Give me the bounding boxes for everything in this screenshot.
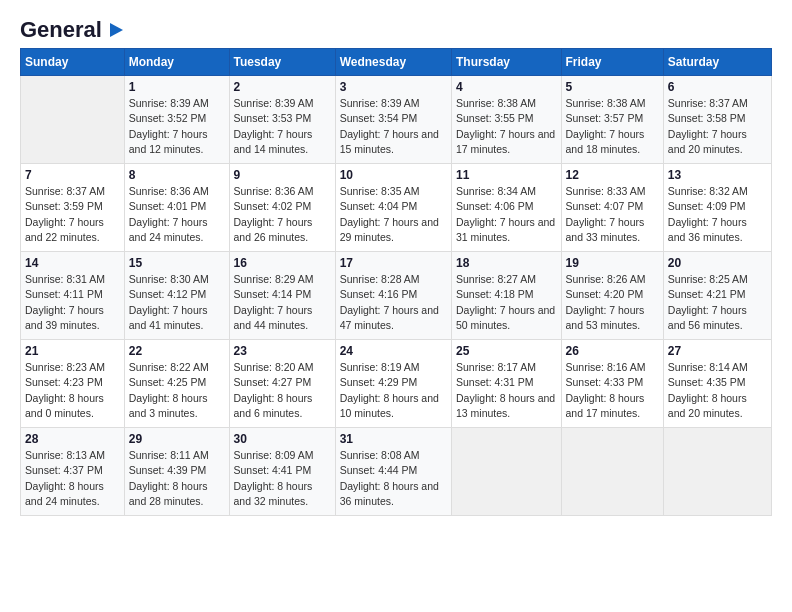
day-cell: 20Sunrise: 8:25 AMSunset: 4:21 PMDayligh… <box>663 252 771 340</box>
day-number: 6 <box>668 80 767 94</box>
day-info: Sunrise: 8:30 AMSunset: 4:12 PMDaylight:… <box>129 272 225 333</box>
day-cell: 1Sunrise: 8:39 AMSunset: 3:52 PMDaylight… <box>124 76 229 164</box>
week-row-4: 21Sunrise: 8:23 AMSunset: 4:23 PMDayligh… <box>21 340 772 428</box>
day-cell: 24Sunrise: 8:19 AMSunset: 4:29 PMDayligh… <box>335 340 451 428</box>
day-number: 26 <box>566 344 659 358</box>
day-cell: 3Sunrise: 8:39 AMSunset: 3:54 PMDaylight… <box>335 76 451 164</box>
day-number: 3 <box>340 80 447 94</box>
day-cell: 6Sunrise: 8:37 AMSunset: 3:58 PMDaylight… <box>663 76 771 164</box>
day-info: Sunrise: 8:37 AMSunset: 3:59 PMDaylight:… <box>25 184 120 245</box>
day-number: 28 <box>25 432 120 446</box>
calendar-table: SundayMondayTuesdayWednesdayThursdayFrid… <box>20 48 772 516</box>
week-row-3: 14Sunrise: 8:31 AMSunset: 4:11 PMDayligh… <box>21 252 772 340</box>
weekday-header-saturday: Saturday <box>663 49 771 76</box>
day-cell: 9Sunrise: 8:36 AMSunset: 4:02 PMDaylight… <box>229 164 335 252</box>
day-info: Sunrise: 8:39 AMSunset: 3:52 PMDaylight:… <box>129 96 225 157</box>
weekday-header-friday: Friday <box>561 49 663 76</box>
day-cell: 17Sunrise: 8:28 AMSunset: 4:16 PMDayligh… <box>335 252 451 340</box>
day-info: Sunrise: 8:14 AMSunset: 4:35 PMDaylight:… <box>668 360 767 421</box>
day-cell: 4Sunrise: 8:38 AMSunset: 3:55 PMDaylight… <box>451 76 561 164</box>
day-info: Sunrise: 8:34 AMSunset: 4:06 PMDaylight:… <box>456 184 557 245</box>
day-info: Sunrise: 8:08 AMSunset: 4:44 PMDaylight:… <box>340 448 447 509</box>
day-info: Sunrise: 8:31 AMSunset: 4:11 PMDaylight:… <box>25 272 120 333</box>
day-info: Sunrise: 8:20 AMSunset: 4:27 PMDaylight:… <box>234 360 331 421</box>
week-row-1: 1Sunrise: 8:39 AMSunset: 3:52 PMDaylight… <box>21 76 772 164</box>
day-number: 19 <box>566 256 659 270</box>
day-cell: 30Sunrise: 8:09 AMSunset: 4:41 PMDayligh… <box>229 428 335 516</box>
day-number: 16 <box>234 256 331 270</box>
day-info: Sunrise: 8:17 AMSunset: 4:31 PMDaylight:… <box>456 360 557 421</box>
day-number: 21 <box>25 344 120 358</box>
day-cell: 11Sunrise: 8:34 AMSunset: 4:06 PMDayligh… <box>451 164 561 252</box>
day-number: 1 <box>129 80 225 94</box>
day-cell: 22Sunrise: 8:22 AMSunset: 4:25 PMDayligh… <box>124 340 229 428</box>
weekday-header-tuesday: Tuesday <box>229 49 335 76</box>
day-cell <box>663 428 771 516</box>
day-number: 27 <box>668 344 767 358</box>
day-info: Sunrise: 8:28 AMSunset: 4:16 PMDaylight:… <box>340 272 447 333</box>
day-info: Sunrise: 8:36 AMSunset: 4:02 PMDaylight:… <box>234 184 331 245</box>
day-cell: 10Sunrise: 8:35 AMSunset: 4:04 PMDayligh… <box>335 164 451 252</box>
day-info: Sunrise: 8:22 AMSunset: 4:25 PMDaylight:… <box>129 360 225 421</box>
weekday-header-monday: Monday <box>124 49 229 76</box>
day-cell: 26Sunrise: 8:16 AMSunset: 4:33 PMDayligh… <box>561 340 663 428</box>
day-cell: 5Sunrise: 8:38 AMSunset: 3:57 PMDaylight… <box>561 76 663 164</box>
day-info: Sunrise: 8:23 AMSunset: 4:23 PMDaylight:… <box>25 360 120 421</box>
day-cell: 7Sunrise: 8:37 AMSunset: 3:59 PMDaylight… <box>21 164 125 252</box>
day-number: 25 <box>456 344 557 358</box>
day-info: Sunrise: 8:37 AMSunset: 3:58 PMDaylight:… <box>668 96 767 157</box>
day-info: Sunrise: 8:09 AMSunset: 4:41 PMDaylight:… <box>234 448 331 509</box>
weekday-header-thursday: Thursday <box>451 49 561 76</box>
day-cell: 21Sunrise: 8:23 AMSunset: 4:23 PMDayligh… <box>21 340 125 428</box>
day-info: Sunrise: 8:25 AMSunset: 4:21 PMDaylight:… <box>668 272 767 333</box>
day-number: 9 <box>234 168 331 182</box>
day-info: Sunrise: 8:35 AMSunset: 4:04 PMDaylight:… <box>340 184 447 245</box>
day-number: 13 <box>668 168 767 182</box>
day-cell: 19Sunrise: 8:26 AMSunset: 4:20 PMDayligh… <box>561 252 663 340</box>
day-cell: 14Sunrise: 8:31 AMSunset: 4:11 PMDayligh… <box>21 252 125 340</box>
day-cell: 13Sunrise: 8:32 AMSunset: 4:09 PMDayligh… <box>663 164 771 252</box>
day-cell: 18Sunrise: 8:27 AMSunset: 4:18 PMDayligh… <box>451 252 561 340</box>
day-info: Sunrise: 8:13 AMSunset: 4:37 PMDaylight:… <box>25 448 120 509</box>
day-cell <box>451 428 561 516</box>
logo-arrow-icon <box>110 23 123 37</box>
day-number: 20 <box>668 256 767 270</box>
week-row-5: 28Sunrise: 8:13 AMSunset: 4:37 PMDayligh… <box>21 428 772 516</box>
weekday-header-sunday: Sunday <box>21 49 125 76</box>
day-number: 12 <box>566 168 659 182</box>
day-info: Sunrise: 8:27 AMSunset: 4:18 PMDaylight:… <box>456 272 557 333</box>
logo: General <box>20 18 123 38</box>
day-info: Sunrise: 8:29 AMSunset: 4:14 PMDaylight:… <box>234 272 331 333</box>
day-cell: 31Sunrise: 8:08 AMSunset: 4:44 PMDayligh… <box>335 428 451 516</box>
day-cell: 16Sunrise: 8:29 AMSunset: 4:14 PMDayligh… <box>229 252 335 340</box>
day-number: 14 <box>25 256 120 270</box>
day-info: Sunrise: 8:11 AMSunset: 4:39 PMDaylight:… <box>129 448 225 509</box>
day-number: 23 <box>234 344 331 358</box>
day-number: 22 <box>129 344 225 358</box>
day-cell <box>561 428 663 516</box>
day-cell: 12Sunrise: 8:33 AMSunset: 4:07 PMDayligh… <box>561 164 663 252</box>
day-number: 18 <box>456 256 557 270</box>
day-cell: 23Sunrise: 8:20 AMSunset: 4:27 PMDayligh… <box>229 340 335 428</box>
day-number: 7 <box>25 168 120 182</box>
day-number: 31 <box>340 432 447 446</box>
day-number: 11 <box>456 168 557 182</box>
day-info: Sunrise: 8:26 AMSunset: 4:20 PMDaylight:… <box>566 272 659 333</box>
day-info: Sunrise: 8:36 AMSunset: 4:01 PMDaylight:… <box>129 184 225 245</box>
page: General SundayMondayTuesdayWednesdayThur… <box>0 0 792 526</box>
day-number: 5 <box>566 80 659 94</box>
day-number: 10 <box>340 168 447 182</box>
day-cell: 8Sunrise: 8:36 AMSunset: 4:01 PMDaylight… <box>124 164 229 252</box>
day-cell: 25Sunrise: 8:17 AMSunset: 4:31 PMDayligh… <box>451 340 561 428</box>
day-info: Sunrise: 8:38 AMSunset: 3:57 PMDaylight:… <box>566 96 659 157</box>
day-info: Sunrise: 8:33 AMSunset: 4:07 PMDaylight:… <box>566 184 659 245</box>
weekday-header-wednesday: Wednesday <box>335 49 451 76</box>
day-number: 15 <box>129 256 225 270</box>
day-info: Sunrise: 8:39 AMSunset: 3:54 PMDaylight:… <box>340 96 447 157</box>
day-info: Sunrise: 8:38 AMSunset: 3:55 PMDaylight:… <box>456 96 557 157</box>
day-number: 8 <box>129 168 225 182</box>
day-number: 24 <box>340 344 447 358</box>
weekday-header-row: SundayMondayTuesdayWednesdayThursdayFrid… <box>21 49 772 76</box>
day-cell: 27Sunrise: 8:14 AMSunset: 4:35 PMDayligh… <box>663 340 771 428</box>
logo-text: General <box>20 18 123 42</box>
